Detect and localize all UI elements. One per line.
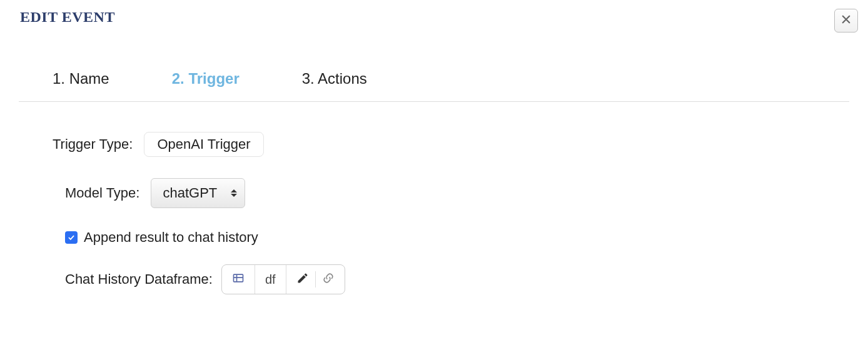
edit-button[interactable]: [296, 272, 309, 288]
trigger-type-value[interactable]: OpenAI Trigger: [144, 132, 263, 157]
model-type-value: chatGPT: [163, 185, 217, 201]
close-button[interactable]: [834, 9, 858, 32]
select-arrows-icon: [231, 189, 237, 197]
pencil-icon: [296, 273, 309, 287]
dataframe-icon: [232, 272, 245, 288]
append-result-label: Append result to chat history: [84, 229, 258, 246]
link-icon: [322, 273, 335, 287]
page-title: EDIT EVENT: [20, 9, 115, 26]
close-icon: [840, 12, 852, 29]
chat-history-df-label: Chat History Dataframe:: [65, 271, 213, 288]
append-result-checkbox[interactable]: [65, 231, 78, 244]
link-button[interactable]: [322, 272, 335, 288]
separator: [315, 271, 316, 288]
tabs: 1. Name 2. Trigger 3. Actions: [0, 32, 868, 101]
chat-history-df-value: df: [255, 265, 286, 294]
tab-actions[interactable]: 3. Actions: [302, 70, 367, 88]
tab-trigger[interactable]: 2. Trigger: [172, 70, 240, 88]
dataframe-button[interactable]: [222, 265, 255, 294]
trigger-type-label: Trigger Type:: [53, 136, 133, 152]
chat-history-df-group: df: [221, 264, 345, 294]
model-type-select[interactable]: chatGPT: [151, 178, 245, 208]
df-actions: [286, 265, 345, 294]
tab-name[interactable]: 1. Name: [53, 70, 109, 88]
model-type-label: Model Type:: [65, 185, 139, 201]
check-icon: [67, 229, 76, 246]
